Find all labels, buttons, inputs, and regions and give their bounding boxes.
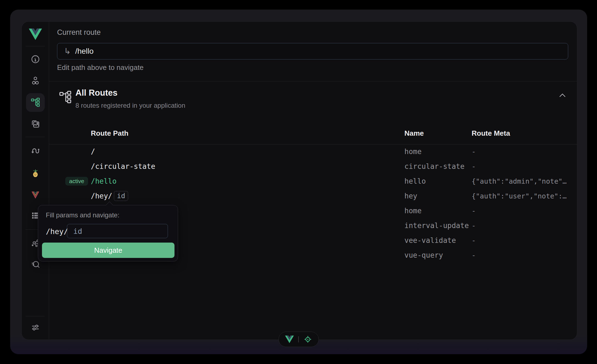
current-route-label: Current route [57, 28, 101, 37]
table-row[interactable]: / home - [49, 144, 577, 159]
devtools-toggle-pill[interactable] [278, 332, 319, 347]
route-path-text: / [91, 147, 95, 156]
route-name: vee-validate [404, 236, 456, 244]
popup-route-prefix: /hey/ [46, 227, 68, 236]
devtools-panel: Current route ↳ Edit path above to navig… [21, 21, 577, 340]
inspector-search-icon [30, 260, 40, 269]
active-badge: active [65, 177, 88, 186]
chevron-up-icon [557, 91, 568, 99]
edit-path-hint: Edit path above to navigate [57, 63, 143, 72]
sidebar [22, 22, 49, 340]
route-meta: {"auth":"admin","note"… [472, 177, 567, 185]
route-meta: - [472, 163, 476, 170]
route-name: circular-state [404, 162, 464, 170]
column-header-route-path: Route Path [91, 129, 128, 138]
enter-arrow-icon: ↳ [64, 47, 71, 55]
sidebar-item-settings[interactable] [29, 321, 42, 334]
route-path: / [91, 147, 95, 156]
components-icon [30, 76, 40, 86]
routes-tree-icon [30, 97, 40, 107]
route-name: interval-update [404, 221, 469, 230]
assets-icon [30, 119, 40, 129]
table-row[interactable]: active /hello hello {"auth":"admin","not… [49, 174, 577, 189]
route-meta: - [472, 251, 476, 259]
column-header-name: Name [404, 129, 424, 138]
column-header-route-meta: Route Meta [472, 129, 510, 138]
all-routes-subtitle: 8 routes registered in your application [75, 102, 185, 109]
table-row[interactable]: /circular-state circular-state - [49, 159, 577, 174]
route-path-text: /hey/ [91, 192, 112, 200]
info-icon [30, 54, 40, 64]
vueuse-icon [31, 190, 40, 199]
route-meta: {"auth":"user","note":… [472, 192, 567, 200]
sidebar-item-pinia[interactable] [29, 167, 42, 180]
sidebar-item-routes[interactable] [29, 96, 42, 109]
sidebar-divider [26, 46, 45, 46]
sidebar-item-vueuse[interactable] [29, 188, 42, 201]
route-meta: - [472, 207, 476, 215]
sidebar-divider [26, 316, 45, 316]
pinia-icon [30, 168, 40, 178]
route-path: /circular-state [91, 162, 155, 170]
navigate-button[interactable]: Navigate [42, 243, 174, 258]
all-routes-title: All Routes [75, 88, 117, 98]
route-meta: - [472, 222, 476, 230]
collapse-section-button[interactable] [557, 91, 568, 101]
main-content: Current route ↳ Edit path above to navig… [49, 22, 577, 340]
sidebar-divider [26, 137, 45, 137]
sidebar-item-components[interactable] [29, 74, 42, 87]
inspect-target-icon[interactable] [303, 335, 312, 344]
route-path: /hello [91, 177, 117, 185]
pill-divider [298, 336, 299, 342]
route-meta: - [472, 237, 476, 244]
popup-label: Fill params and navigate: [46, 211, 119, 219]
route-name: hello [404, 177, 426, 185]
sidebar-item-assets[interactable] [29, 117, 42, 130]
all-routes-tree-icon [58, 90, 72, 105]
vue-logo-icon[interactable] [285, 335, 294, 343]
router-icon [30, 146, 40, 156]
fill-params-popup: Fill params and navigate: /hey/ Navigate [38, 205, 178, 261]
table-row[interactable]: /hey/id hey {"auth":"user","note":… [49, 189, 577, 203]
route-path-text: /hello [91, 177, 117, 185]
vue-logo-icon [29, 28, 42, 40]
sidebar-item-overview[interactable] [29, 53, 42, 66]
vue-devtools-logo[interactable] [29, 28, 42, 41]
section-divider [49, 81, 577, 81]
route-name: home [404, 207, 422, 215]
route-name: vue-query [404, 251, 443, 259]
devtools-window: Current route ↳ Edit path above to navig… [10, 10, 587, 354]
route-name: hey [404, 192, 417, 200]
current-route-input[interactable] [75, 47, 542, 56]
route-path-text: /circular-state [91, 162, 155, 170]
route-param-chip[interactable]: id [114, 191, 128, 201]
route-meta: - [472, 148, 476, 156]
settings-sliders-icon [30, 322, 40, 332]
route-path: /hey/id [91, 191, 128, 201]
param-input[interactable] [67, 224, 168, 238]
current-route-input-box: ↳ [57, 43, 568, 59]
sidebar-item-router[interactable] [29, 144, 42, 158]
route-name: home [404, 147, 422, 156]
